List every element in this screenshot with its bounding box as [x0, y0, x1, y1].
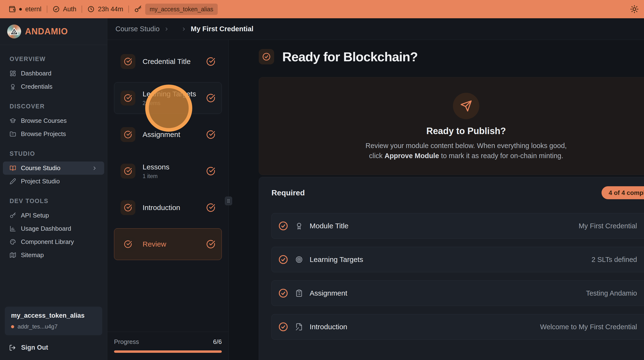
nav-section-studio: STUDIO Course Studio Project Studio: [3, 150, 104, 188]
step-sublabel: 2 items: [142, 100, 196, 106]
award-icon: [295, 222, 303, 230]
sidebar-item-browse-courses[interactable]: Browse Courses: [3, 114, 104, 127]
circle-check-icon: [124, 130, 132, 139]
progress-value: 6/6: [213, 338, 222, 345]
step-credential-title[interactable]: Credential Title: [114, 46, 222, 77]
nav-section-title: STUDIO: [3, 150, 104, 157]
nav-section-discover: DISCOVER Browse Courses Browse Projects: [3, 103, 104, 141]
step-status-chip: [120, 237, 136, 252]
divider: [47, 6, 47, 13]
chevron-right-icon: [181, 27, 186, 32]
wallet-status[interactable]: eternl: [9, 6, 42, 13]
sidebar-item-api-setup[interactable]: API Setup: [3, 209, 104, 222]
step-status-chip: [120, 54, 136, 69]
sidebar-item-label: API Setup: [21, 212, 49, 219]
sign-out-label: Sign Out: [21, 344, 48, 351]
sidebar-item-component-library[interactable]: Component Library: [3, 235, 104, 249]
step-label: Credential Title: [142, 57, 190, 66]
sidebar-item-label: Usage Dashboard: [21, 225, 71, 232]
publish-body-line2-prefix: click: [369, 152, 384, 159]
sidebar-item-dashboard[interactable]: Dashboard: [3, 67, 104, 80]
sign-out-button[interactable]: Sign Out: [5, 341, 102, 354]
complete-check-icon: [278, 254, 288, 265]
book-open-icon: [10, 165, 16, 171]
award-icon: [10, 83, 16, 90]
completion-badge: 4 of 4 complete: [602, 186, 644, 199]
step-label: Assignment: [142, 130, 180, 139]
step-status-chip: [120, 164, 136, 178]
sidebar-item-label: Credentials: [21, 83, 52, 90]
account-alias: my_access_token_alias: [11, 312, 96, 319]
step-review[interactable]: Review: [114, 228, 222, 260]
map-icon: [10, 252, 16, 258]
theme-toggle-sun-icon[interactable]: [630, 5, 639, 14]
auth-check-icon: [52, 6, 60, 13]
step-introduction[interactable]: Introduction: [114, 192, 222, 224]
circle-check-icon: [124, 94, 132, 102]
grip-dots-icon: [226, 198, 231, 204]
nav-section-title: DISCOVER: [3, 103, 104, 110]
pencil-icon: [10, 178, 16, 185]
step-status-chip: [120, 91, 136, 105]
clock-icon: [87, 6, 94, 13]
progress-label: Progress: [114, 338, 139, 345]
step-lessons[interactable]: Lessons 1 item: [114, 155, 222, 187]
file-icon: [295, 323, 303, 331]
required-row-label: Assignment: [310, 289, 347, 297]
required-row-label: Introduction: [310, 323, 347, 331]
wallet-connected-dot: [19, 8, 22, 11]
required-row-value: My First Credential: [579, 222, 637, 230]
wallet-icon: [9, 6, 16, 13]
breadcrumb-root[interactable]: Course Studio: [116, 25, 160, 33]
ready-to-publish-card: Ready to Publish? Review your module con…: [259, 77, 644, 175]
account-card[interactable]: my_access_token_alias addr_tes...u4g7: [5, 307, 102, 335]
required-row-value: Welcome to My First Credential: [540, 323, 637, 331]
access-token-group[interactable]: my_access_token_alias: [134, 4, 218, 15]
circle-check-icon: [206, 166, 215, 176]
required-row-value: 2 SLTs defined: [592, 256, 637, 264]
nav-section-overview: OVERVIEW Dashboard Credentials: [3, 56, 104, 93]
divider: [128, 6, 129, 13]
sidebar-item-label: Project Studio: [21, 177, 60, 185]
sidebar-item-browse-projects[interactable]: Browse Projects: [3, 127, 104, 141]
required-row-learning-targets[interactable]: Learning Targets 2 SLTs defined: [272, 247, 644, 272]
circle-check-icon: [206, 93, 215, 103]
step-assignment[interactable]: Assignment: [114, 119, 222, 150]
sidebar-item-label: Course Studio: [21, 164, 60, 172]
step-label: Review: [142, 240, 166, 248]
brand-header[interactable]: ANDAMIO: [0, 18, 107, 45]
circle-check-icon: [262, 52, 271, 61]
sidebar-item-course-studio[interactable]: Course Studio: [3, 161, 104, 175]
folder-icon: [10, 131, 16, 137]
sidebar-item-credentials[interactable]: Credentials: [3, 80, 104, 93]
sidebar-item-project-studio[interactable]: Project Studio: [3, 175, 104, 188]
sidebar-item-usage-dashboard[interactable]: Usage Dashboard: [3, 222, 104, 235]
required-row-assignment[interactable]: Assignment Testing Andamio: [272, 280, 644, 306]
circle-check-icon: [206, 130, 215, 139]
account-address: addr_tes...u4g7: [18, 323, 58, 330]
publish-card-title: Ready to Publish?: [426, 126, 506, 136]
step-status-chip: [120, 200, 136, 215]
panel-resize-handle[interactable]: [225, 197, 232, 205]
step-learning-targets[interactable]: Learning Targets 2 items: [114, 82, 222, 114]
required-rows: Module Title My First Credential Learnin…: [272, 213, 644, 339]
sidebar-item-label: Browse Projects: [21, 130, 66, 138]
access-token-pill[interactable]: my_access_token_alias: [145, 4, 218, 15]
sidebar-item-label: Browse Courses: [21, 117, 67, 124]
key-icon: [10, 212, 16, 219]
publish-card-body: Review your module content below. When e…: [366, 141, 567, 161]
step-label: Lessons: [142, 163, 170, 171]
step-sublabel: 1 item: [142, 173, 170, 179]
account-block: my_access_token_alias addr_tes...u4g7 Si…: [0, 307, 107, 360]
sidebar-item-sitemap[interactable]: Sitemap: [3, 249, 104, 262]
step-status-chip: [120, 127, 136, 142]
auth-status[interactable]: Auth: [52, 6, 76, 13]
module-steps-panel: Credential Title Learning Targets 2 item…: [107, 40, 229, 360]
address-status-dot: [11, 325, 14, 328]
sidebar: ANDAMIO OVERVIEW Dashboard Credentials D…: [0, 18, 107, 360]
wallet-name: eternl: [25, 6, 42, 13]
required-row-introduction[interactable]: Introduction Welcome to My First Credent…: [272, 314, 644, 339]
circle-check-icon: [124, 204, 132, 212]
required-row-module-title[interactable]: Module Title My First Credential: [272, 213, 644, 239]
chevron-right-icon: [164, 27, 169, 32]
